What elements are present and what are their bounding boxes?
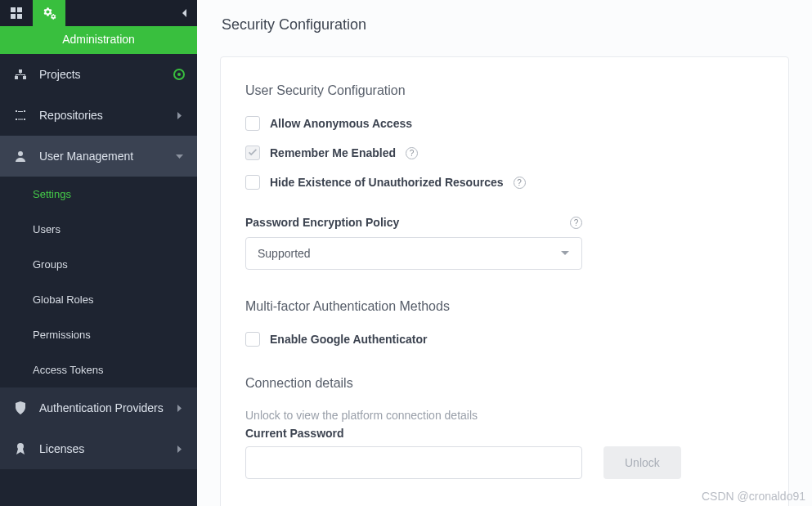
input-current-password[interactable] xyxy=(245,446,582,479)
hint-connection: Unlock to view the platform connection d… xyxy=(245,409,764,422)
svg-rect-3 xyxy=(17,14,22,19)
row-google-auth: Enable Google Authenticator xyxy=(245,332,764,347)
sidebar-item-label: User Management xyxy=(39,150,173,163)
caret-right-icon xyxy=(173,442,186,455)
label-google-auth: Enable Google Authenticator xyxy=(270,333,427,346)
tab-home[interactable] xyxy=(0,0,33,26)
sidebar-nav: Projects Repositories User Management xyxy=(0,54,197,506)
chevron-down-icon xyxy=(560,250,570,257)
sidebar-subitem-users[interactable]: Users xyxy=(0,212,197,247)
help-icon[interactable]: ? xyxy=(570,217,582,229)
tab-admin[interactable] xyxy=(33,0,65,26)
help-icon[interactable]: ? xyxy=(514,177,526,189)
svg-rect-11 xyxy=(24,119,25,120)
label-current-password: Current Password xyxy=(245,427,764,440)
svg-rect-6 xyxy=(23,76,26,79)
checkbox-google-auth[interactable] xyxy=(245,332,260,347)
sidebar-subitem-global-roles[interactable]: Global Roles xyxy=(0,282,197,317)
label-remember-me: Remember Me Enabled xyxy=(270,146,396,159)
svg-point-14 xyxy=(17,443,24,450)
user-icon xyxy=(13,149,28,163)
sidebar-item-label: Repositories xyxy=(39,109,173,122)
select-value: Supported xyxy=(258,247,311,260)
sidebar-collapse-button[interactable] xyxy=(173,0,197,26)
row-password-policy: Password Encryption Policy ? Supported xyxy=(245,216,764,270)
sidebar-subitem-groups[interactable]: Groups xyxy=(0,247,197,282)
label-password-policy: Password Encryption Policy xyxy=(245,216,399,229)
heading-user-security: User Security Configuration xyxy=(245,83,764,98)
help-icon[interactable]: ? xyxy=(406,147,418,159)
heading-connection: Connection details xyxy=(245,376,764,391)
sidebar-item-label: Authentication Providers xyxy=(39,401,173,414)
top-tabbar xyxy=(0,0,197,26)
svg-rect-0 xyxy=(11,7,16,12)
main-content: Security Configuration User Security Con… xyxy=(197,0,812,506)
status-active-icon xyxy=(173,68,186,81)
sidebar-item-label: Projects xyxy=(39,68,173,81)
row-allow-anonymous: Allow Anonymous Access xyxy=(245,116,764,131)
svg-rect-8 xyxy=(24,110,25,112)
label-hide-unauth: Hide Existence of Unauthorized Resources xyxy=(270,176,504,189)
select-password-policy[interactable]: Supported xyxy=(245,237,582,270)
medal-icon xyxy=(13,441,28,456)
row-unlock: Unlock xyxy=(245,446,764,479)
checkbox-hide-unauth[interactable] xyxy=(245,175,260,190)
grid-icon xyxy=(11,7,22,19)
sidebar-item-authentication-providers[interactable]: Authentication Providers xyxy=(0,387,197,428)
checkbox-allow-anonymous[interactable] xyxy=(245,116,260,131)
repositories-icon xyxy=(13,108,28,123)
projects-icon xyxy=(13,67,28,82)
checkbox-remember-me[interactable] xyxy=(245,146,260,160)
row-hide-unauth: Hide Existence of Unauthorized Resources… xyxy=(245,175,764,190)
sidebar-item-licenses[interactable]: Licenses xyxy=(0,428,197,469)
svg-rect-12 xyxy=(18,119,23,120)
gears-icon xyxy=(42,6,56,20)
label-allow-anonymous: Allow Anonymous Access xyxy=(270,117,412,130)
svg-rect-4 xyxy=(19,69,22,73)
caret-down-icon xyxy=(173,150,186,163)
caret-left-icon xyxy=(182,9,188,17)
svg-rect-5 xyxy=(15,76,18,79)
sidebar-subitem-permissions[interactable]: Permissions xyxy=(0,317,197,352)
sidebar: Administration Projects Repositories xyxy=(0,0,197,506)
sidebar-title: Administration xyxy=(0,26,197,54)
svg-rect-7 xyxy=(16,110,17,112)
panel-security: User Security Configuration Allow Anonym… xyxy=(220,56,789,506)
row-remember-me: Remember Me Enabled ? xyxy=(245,146,764,160)
sidebar-item-projects[interactable]: Projects xyxy=(0,54,197,95)
caret-right-icon xyxy=(173,401,186,414)
svg-point-13 xyxy=(18,151,23,156)
sidebar-item-repositories[interactable]: Repositories xyxy=(0,95,197,136)
shield-icon xyxy=(13,401,28,415)
sidebar-item-label: Licenses xyxy=(39,442,173,455)
sidebar-subitem-settings[interactable]: Settings xyxy=(0,177,197,212)
heading-mfa: Multi-factor Authentication Methods xyxy=(245,299,764,314)
svg-rect-1 xyxy=(17,7,22,12)
caret-right-icon xyxy=(173,109,186,122)
svg-rect-9 xyxy=(18,111,23,112)
svg-rect-10 xyxy=(16,119,17,120)
page-title: Security Configuration xyxy=(197,0,812,56)
sidebar-item-user-management[interactable]: User Management xyxy=(0,136,197,177)
svg-rect-2 xyxy=(11,14,16,19)
check-icon xyxy=(248,148,258,158)
unlock-button[interactable]: Unlock xyxy=(603,446,681,479)
sidebar-subitem-access-tokens[interactable]: Access Tokens xyxy=(0,352,197,387)
